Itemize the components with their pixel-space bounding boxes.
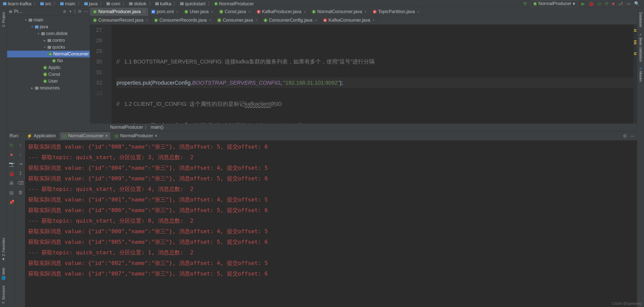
editor-tabs-row-1: CNormalProducer.java×mpom.xml×CUser.java…: [90, 8, 637, 16]
crumb-file[interactable]: CNormalProducer: [214, 1, 254, 7]
folder-icon: [84, 2, 88, 5]
crumb-java[interactable]: java: [84, 1, 98, 7]
run-icon[interactable]: ▶: [581, 1, 585, 7]
code-content[interactable]: // 1.1 BOOTSTRAP_SERVERS_CONFIG: 连接kafka…: [111, 25, 637, 123]
gear-icon[interactable]: ⚙: [623, 133, 627, 139]
bean-tool-button[interactable]: ✓ Bean Validation: [638, 30, 644, 64]
close-icon[interactable]: ×: [209, 18, 211, 22]
crumb-com[interactable]: com: [106, 1, 121, 7]
tree-file-applic[interactable]: CApplic: [7, 64, 90, 71]
editor-tab[interactable]: CConsumerConfig.java×: [261, 16, 320, 24]
project-tree[interactable]: ▼main ▼java ▼com.didiok ▶contro ▼quicks …: [7, 16, 90, 91]
run-config-selector[interactable]: CNormalProducer ▾: [531, 0, 578, 7]
run-tab-normalconsumer[interactable]: ▤NormalConsumer×: [60, 132, 110, 140]
close-icon[interactable]: ×: [155, 133, 157, 139]
tree-file-const[interactable]: IConst: [7, 71, 90, 78]
expand-icon[interactable]: ✦: [69, 9, 72, 14]
close-icon[interactable]: ×: [249, 10, 251, 14]
clear-icon[interactable]: ⌫: [17, 180, 24, 186]
minimize-icon[interactable]: —: [84, 9, 88, 14]
fold-gutter[interactable]: [105, 25, 111, 123]
tree-file-no[interactable]: CNo: [7, 57, 90, 64]
editor-tab[interactable]: IConsumer.java×: [214, 16, 261, 24]
database-tool-button[interactable]: Database: [638, 10, 644, 29]
close-icon[interactable]: ×: [365, 10, 367, 14]
editor-tab[interactable]: CNormalConsumer.java×: [309, 8, 370, 16]
tree-folder-java[interactable]: ▼java: [7, 23, 90, 30]
crumb-src[interactable]: src: [40, 1, 52, 7]
editor-tab[interactable]: CConsumerRecord.java×: [90, 16, 151, 24]
console-output[interactable]: 获取实际消息 value: {"id":"008","name":"张三"}, …: [25, 141, 637, 307]
gear-icon[interactable]: ⚙: [78, 9, 82, 14]
close-icon[interactable]: ×: [105, 133, 108, 139]
layout-icon[interactable]: ▤: [9, 190, 14, 195]
editor-tab[interactable]: KKafkaConsumer.java×: [320, 16, 378, 24]
folder-icon: [3, 2, 7, 5]
pin-icon[interactable]: 📌: [9, 199, 14, 205]
web-tool-button[interactable]: 🌐 Web: [1, 266, 7, 282]
down-icon[interactable]: ↓: [19, 152, 22, 157]
stop-icon[interactable]: ■: [10, 152, 13, 157]
editor-tab[interactable]: CNormalProducer.java×: [90, 8, 148, 16]
crumb-quickstart[interactable]: quickstart: [180, 1, 206, 7]
tree-package[interactable]: ▼com.didiok: [7, 30, 90, 37]
error-stripe[interactable]: [633, 25, 637, 123]
search-icon[interactable]: 🔍: [634, 1, 639, 6]
close-icon[interactable]: ×: [176, 10, 178, 14]
close-icon[interactable]: ×: [143, 10, 145, 14]
git-icon[interactable]: ⎇: [618, 1, 623, 6]
tree-folder-quicks[interactable]: ▼quicks: [7, 44, 90, 51]
minimize-icon[interactable]: —: [630, 133, 634, 139]
close-icon[interactable]: ×: [146, 18, 148, 22]
tab-label: TopicPartition.java: [378, 9, 415, 14]
up-icon[interactable]: ↑: [19, 143, 22, 148]
close-icon[interactable]: ×: [304, 10, 306, 14]
editor-tab[interactable]: CUser.java×: [181, 8, 216, 16]
close-icon[interactable]: ×: [315, 18, 317, 22]
project-title[interactable]: Pr...: [14, 9, 22, 14]
folder-icon: [48, 39, 51, 42]
project-view-icon[interactable]: ▤: [9, 10, 12, 13]
maven-tool-button[interactable]: m Maven: [638, 65, 644, 84]
crumb-kafka[interactable]: kafka: [155, 1, 172, 7]
run-tab-normalproducer[interactable]: ▤NormalProducer×: [112, 132, 160, 140]
project-tool-button[interactable]: 1: Project: [1, 10, 7, 29]
close-icon[interactable]: ×: [373, 18, 375, 22]
run-tab-application[interactable]: ⚡Application: [24, 132, 58, 140]
editor-tab[interactable]: KTopicPartition.java×: [370, 8, 423, 16]
class-icon: C: [264, 18, 267, 22]
close-icon[interactable]: ×: [417, 10, 419, 14]
tree-file-normalconsumer[interactable]: CNormalConsumer: [7, 51, 90, 57]
select-target-icon[interactable]: ⊕: [63, 9, 66, 14]
print-icon[interactable]: 🖶: [9, 181, 14, 186]
favorites-tool-button[interactable]: ★ 2: Favorites: [1, 236, 7, 263]
editor-tab[interactable]: CConsumerRecords.java×: [151, 16, 215, 24]
editor-tab[interactable]: mpom.xml×: [148, 8, 182, 16]
editor-tab[interactable]: KKafkaProducer.java×: [254, 8, 309, 16]
crumb-main[interactable]: main: [60, 1, 76, 7]
profile-icon[interactable]: ⟳: [605, 1, 609, 7]
structure-tool-button[interactable]: 7: Structure: [1, 284, 7, 306]
rerun-icon[interactable]: ↻: [10, 143, 13, 148]
crumb-project[interactable]: learn-kafka: [3, 1, 32, 7]
debug-icon[interactable]: 🐞: [588, 1, 594, 7]
stop-icon[interactable]: ■: [612, 2, 615, 6]
layout-icon[interactable]: ▭: [627, 1, 631, 6]
close-icon[interactable]: ×: [255, 18, 257, 22]
coverage-icon[interactable]: ⊙: [597, 1, 601, 7]
tree-folder-main[interactable]: ▼main: [7, 17, 90, 23]
dump-icon[interactable]: 🐞: [9, 171, 14, 177]
wrap-icon[interactable]: ⇥: [19, 161, 22, 167]
camera-icon[interactable]: 📷: [9, 161, 14, 167]
editor-breadcrumbs[interactable]: NormalProducer〉main(): [90, 123, 637, 131]
trash-icon[interactable]: 🗑: [18, 190, 23, 195]
crumb-didiok[interactable]: didiok: [129, 1, 147, 7]
close-icon[interactable]: ×: [211, 10, 213, 14]
tree-file-user[interactable]: CUser: [7, 78, 90, 85]
tree-folder-resources[interactable]: ▶resources: [7, 85, 90, 91]
tree-folder-contro[interactable]: ▶contro: [7, 37, 90, 44]
scroll-icon[interactable]: ↧: [19, 171, 22, 176]
editor-tab[interactable]: IConst.java×: [216, 8, 254, 16]
build-icon[interactable]: ⚒: [523, 1, 527, 7]
editor-body[interactable]: 27 28 29 30 31 32 33 // 1.1 BOOTSTRAP_SE…: [90, 25, 637, 123]
